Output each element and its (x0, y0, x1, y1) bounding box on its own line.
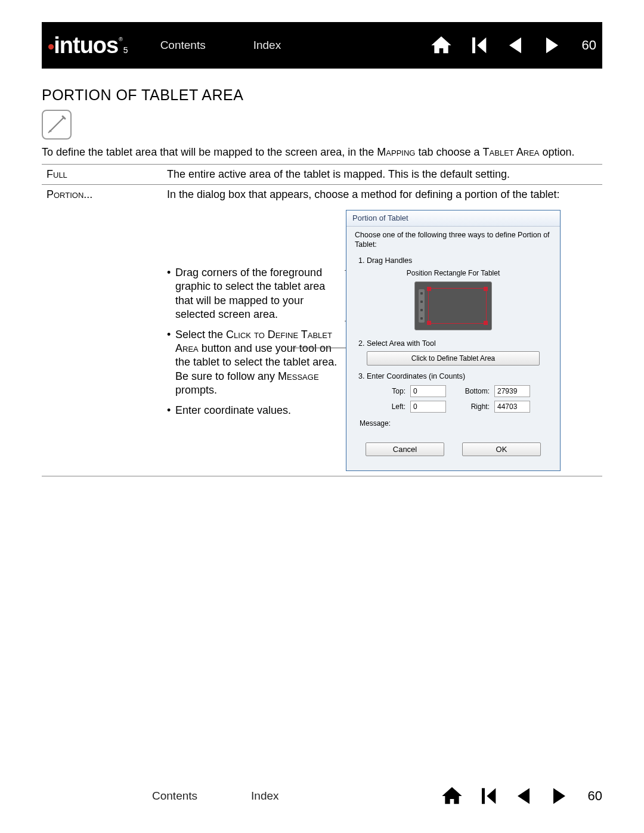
handle-bottom-left[interactable] (427, 321, 431, 325)
message-label: Message: (360, 419, 552, 428)
intro-text: To define the tablet area that will be m… (42, 145, 602, 159)
first-page-icon-bottom[interactable] (476, 784, 500, 808)
portion-of-tablet-dialog: Portion of Tablet Choose one of the foll… (346, 210, 561, 471)
prev-page-icon-bottom[interactable] (512, 784, 535, 808)
index-link-bottom[interactable]: Index (251, 789, 278, 803)
home-icon-bottom[interactable] (440, 784, 464, 808)
right-label: Right: (454, 402, 490, 411)
handle-top-left[interactable] (427, 287, 431, 291)
handle-top-right[interactable] (484, 287, 488, 291)
portion-label: Portion... (47, 188, 92, 200)
logo-sub: 5 (123, 45, 128, 55)
handle-bottom-right[interactable] (484, 321, 488, 325)
bullet-1: Drag corners of the foreground graphic t… (175, 266, 340, 322)
first-page-icon[interactable] (466, 33, 490, 57)
options-table: Full The entire active area of the table… (42, 164, 602, 476)
bottom-nav-bar: Contents Index 60 (42, 784, 602, 808)
connector-line-3 (291, 348, 354, 348)
click-to-define-button[interactable]: Click to Define Tablet Area (367, 351, 540, 366)
next-page-icon-bottom[interactable] (547, 784, 571, 808)
svg-line-0 (49, 117, 64, 132)
dialog-title: Portion of Tablet (346, 210, 560, 227)
ok-button[interactable]: OK (462, 442, 541, 456)
section-1-subtitle: Position Rectangle For Tablet (355, 268, 552, 278)
left-input[interactable] (410, 401, 446, 413)
page-title: PORTION OF TABLET AREA (42, 86, 602, 104)
dialog-instructions: Choose one of the following three ways t… (355, 230, 552, 250)
cancel-button[interactable]: Cancel (366, 442, 444, 456)
option-row-full: Full The entire active area of the table… (42, 164, 602, 184)
top-label: Top: (373, 386, 405, 396)
full-label: Full (47, 168, 67, 180)
section-2-title: 2. Select Area with Tool (358, 339, 552, 349)
right-input[interactable] (494, 401, 530, 413)
tablet-area-graphic[interactable] (414, 281, 492, 330)
page-number-bottom: 60 (588, 788, 602, 804)
logo-dot-icon: • (48, 36, 54, 58)
top-nav-bar: • intuos ® 5 Contents Index 60 (42, 22, 602, 69)
left-label: Left: (373, 402, 405, 411)
contents-link[interactable]: Contents (160, 39, 206, 52)
next-page-icon[interactable] (540, 33, 564, 57)
bottom-input[interactable] (494, 385, 530, 397)
portion-desc: In the dialog box that appears, choose a… (167, 187, 600, 202)
bullet-2: Select the Click to Define Tablet Area b… (175, 328, 340, 398)
bullet-list: Drag corners of the foreground graphic t… (167, 266, 346, 471)
logo-tm: ® (119, 36, 122, 42)
option-row-portion: Portion... In the dialog box that appear… (42, 184, 602, 477)
top-input[interactable] (410, 385, 446, 397)
pen-tool-icon (42, 110, 72, 140)
contents-link-bottom[interactable]: Contents (152, 789, 197, 803)
prev-page-icon[interactable] (503, 33, 527, 57)
section-1-title: 1. Drag Handles (358, 256, 552, 266)
full-desc: The entire active area of the tablet is … (167, 167, 602, 181)
section-3-title: 3. Enter Coordinates (in Counts) (358, 371, 552, 382)
home-icon[interactable] (429, 33, 453, 57)
bullet-3: Enter coordinate values. (175, 404, 340, 417)
index-link[interactable]: Index (253, 39, 281, 52)
bottom-label: Bottom: (454, 386, 490, 396)
logo-text: intuos (54, 33, 118, 58)
brand-logo: • intuos ® 5 (48, 33, 128, 58)
page-number-top: 60 (582, 38, 596, 53)
